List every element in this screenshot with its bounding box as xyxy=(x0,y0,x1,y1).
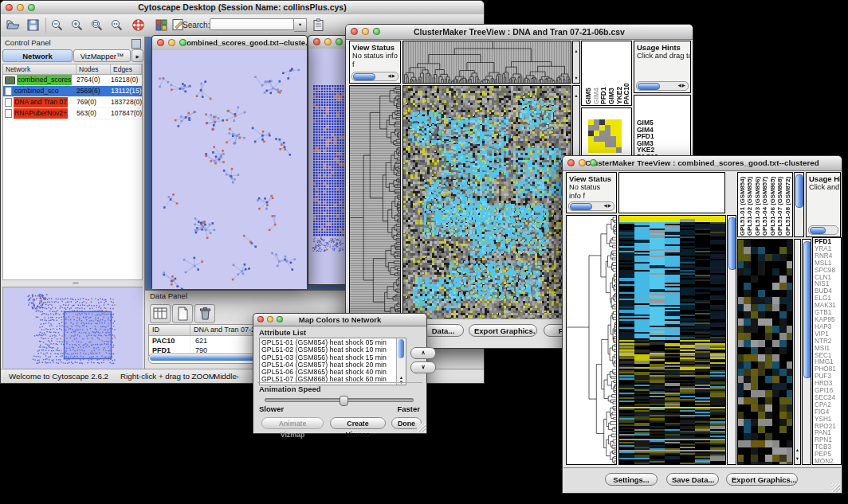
matrix-cell xyxy=(605,142,610,147)
matrix-cell xyxy=(616,136,622,142)
close-button[interactable] xyxy=(567,159,575,166)
search-input[interactable] xyxy=(210,18,294,30)
clipboard-icon[interactable] xyxy=(311,18,326,33)
control-panel: Control Panel Network VizMapper™ ▶ Netwo… xyxy=(1,37,145,369)
hscrollbar[interactable] xyxy=(808,225,838,235)
matrix-cell xyxy=(605,119,610,125)
close-button[interactable] xyxy=(313,38,320,45)
row-dendrogram[interactable] xyxy=(566,215,617,465)
close-button[interactable] xyxy=(257,316,264,322)
zoom-in-icon[interactable] xyxy=(69,18,84,33)
edges-count: 13112(15) xyxy=(111,86,142,96)
hscrollbar[interactable]: ◀▶ xyxy=(568,201,614,211)
heatmap-main[interactable] xyxy=(402,85,571,319)
column-label[interactable]: GPL51-04 (GSM857) xyxy=(761,174,768,236)
matrix-cell xyxy=(616,142,622,147)
column-label[interactable]: GIM5 xyxy=(584,43,592,104)
hscrollbar[interactable]: ◀▶ xyxy=(351,72,398,81)
hscrollbar[interactable]: ◀▶ xyxy=(636,81,689,91)
zoom-button[interactable] xyxy=(28,4,35,11)
titlebar[interactable]: ClusterMaker TreeView : DNA and Tran 07-… xyxy=(346,25,693,40)
zoom-scroll-strip[interactable]: ▲ ▼ xyxy=(794,239,801,465)
network-list-header[interactable]: Network Nodes Edges xyxy=(3,64,142,75)
network-row[interactable]: combined_sco2569(6)13112(15) xyxy=(3,86,142,97)
delete-attribute-icon[interactable] xyxy=(194,304,215,323)
column-label[interactable]: PAC10 xyxy=(622,43,630,104)
tab-overflow-arrow[interactable]: ▶ xyxy=(132,49,143,62)
gene-label[interactable]: MON2 xyxy=(815,459,836,465)
column-label[interactable]: GIM3 xyxy=(607,43,615,104)
column-label[interactable]: GPL51-03 (GSM856) xyxy=(754,174,761,236)
zoom-button[interactable] xyxy=(590,159,597,166)
gene-list-scrollbar[interactable] xyxy=(802,239,811,465)
minimize-button[interactable] xyxy=(579,159,586,166)
minimize-button[interactable] xyxy=(324,38,332,45)
move-down-button[interactable]: ∨ xyxy=(410,361,436,373)
save-icon[interactable] xyxy=(26,18,41,33)
network-row[interactable]: RNAPuberNov2+563(0)107847(0) xyxy=(3,108,142,119)
column-label[interactable]: GPL51-02 (GSM855) xyxy=(746,174,753,236)
search-dropdown-icon[interactable]: ▼ xyxy=(294,18,307,32)
vizmapper-palette-icon[interactable] xyxy=(154,18,169,33)
column-label[interactable]: GPL51-08 (GSM872) xyxy=(784,174,791,236)
column-dendrogram[interactable] xyxy=(402,41,571,84)
heatmap-main[interactable] xyxy=(618,215,726,465)
network-name-cell: RNAPuberNov2+ xyxy=(3,108,77,119)
column-label[interactable]: YKE2 xyxy=(615,43,623,104)
close-button[interactable] xyxy=(6,4,13,11)
titlebar[interactable]: ClusterMaker TreeView : combined_scores_… xyxy=(563,156,842,171)
network-row[interactable]: combined_scores2764(0)16218(0) xyxy=(3,75,142,86)
labels-vscrollbar[interactable] xyxy=(794,172,804,237)
move-up-button[interactable]: ∧ xyxy=(410,347,436,359)
float-panel-icon[interactable] xyxy=(132,39,141,49)
cluster-matrix[interactable] xyxy=(588,119,622,153)
zoom-selected-icon[interactable] xyxy=(109,18,124,33)
cytoscape-titlebar[interactable]: Cytoscape Desktop (Session Name: collins… xyxy=(1,1,484,15)
tab-network[interactable]: Network xyxy=(2,49,73,62)
close-button[interactable] xyxy=(351,28,358,35)
animate-vizmap-button[interactable]: Animate Vizmap xyxy=(261,417,324,429)
export-graphics-button[interactable]: Export Graphics... xyxy=(469,324,537,337)
network-canvas[interactable] xyxy=(152,50,307,289)
column-label[interactable]: GPL51-07 (GSM868) xyxy=(776,174,783,236)
help-lifesaver-icon[interactable] xyxy=(131,18,146,33)
zoom-button[interactable] xyxy=(277,316,283,322)
column-label[interactable]: GPL51-01 (GSM854) xyxy=(739,174,746,236)
zoom-button[interactable] xyxy=(179,39,186,46)
open-file-icon[interactable] xyxy=(6,18,21,33)
heatmap-zoom[interactable] xyxy=(737,239,793,465)
column-dendrogram[interactable] xyxy=(618,172,725,213)
new-attribute-icon[interactable] xyxy=(172,304,193,323)
minimize-button[interactable] xyxy=(168,39,175,46)
row-dendrogram[interactable] xyxy=(349,85,401,319)
column-label[interactable]: GPL51-06 (GSM865) xyxy=(769,174,776,236)
heatmap-vscrollbar[interactable] xyxy=(727,215,736,465)
zoom-out-icon[interactable] xyxy=(49,18,65,33)
column-label[interactable]: GIM4 xyxy=(592,43,600,104)
minimize-button[interactable] xyxy=(362,28,369,35)
animation-speed-slider[interactable] xyxy=(265,398,414,402)
settings-button[interactable]: Settings... xyxy=(605,473,658,486)
panel-splitter[interactable] xyxy=(1,280,144,286)
attribute-table-icon[interactable] xyxy=(150,304,171,323)
network-overview[interactable] xyxy=(2,287,143,368)
minimize-button[interactable] xyxy=(267,316,273,322)
save-data-button[interactable]: Save Data... xyxy=(666,473,719,486)
network-row[interactable]: DNA and Tran 07769(0)183728(0) xyxy=(3,97,142,108)
minimize-button[interactable] xyxy=(17,4,24,11)
tab-vizmapper[interactable]: VizMapper™ xyxy=(73,49,131,62)
zoom-button[interactable] xyxy=(336,38,343,45)
column-label[interactable]: PFD1 xyxy=(599,43,607,104)
zoom-button[interactable] xyxy=(373,28,380,35)
resize-grip[interactable] xyxy=(417,424,426,432)
scroll-strip[interactable]: ▲ ▼ xyxy=(572,41,580,84)
zoom-fit-icon[interactable] xyxy=(89,18,104,33)
attribute-list-scrollbar[interactable]: ▲▼ xyxy=(396,338,406,385)
create-vizmap-button[interactable]: Create Vizmap xyxy=(330,417,386,429)
network-canvas[interactable] xyxy=(308,49,347,284)
slider-thumb[interactable] xyxy=(340,396,348,406)
save-data-button[interactable]: Data... xyxy=(422,324,464,337)
resize-grip[interactable] xyxy=(831,483,840,492)
export-graphics-button[interactable]: Export Graphics... xyxy=(726,473,798,486)
close-button[interactable] xyxy=(157,39,164,46)
